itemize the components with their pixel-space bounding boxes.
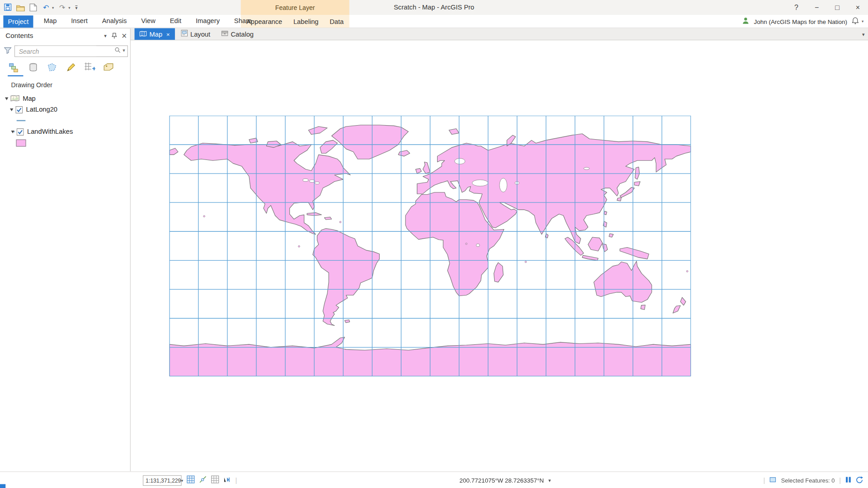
- tab-project[interactable]: Project: [3, 15, 33, 28]
- pane-menu-icon[interactable]: ▾: [104, 33, 107, 38]
- ribbon-tabs: Map Insert Analysis View Edit Imagery Sh…: [37, 15, 259, 28]
- island-svalbard: [449, 129, 459, 135]
- black-sea: [472, 180, 488, 186]
- island-falklands: [344, 320, 349, 323]
- contents-pane: Contents ▾ × ▾: [0, 28, 131, 471]
- layer-visibility-checkbox[interactable]: [17, 128, 24, 135]
- redo-icon[interactable]: ↷: [58, 3, 67, 12]
- polygon-symbol-swatch[interactable]: [16, 139, 26, 146]
- layer-visibility-checkbox[interactable]: [15, 106, 23, 113]
- island-iceland: [398, 150, 410, 156]
- minimize-button[interactable]: −: [807, 0, 827, 15]
- tab-view[interactable]: View: [134, 15, 162, 28]
- expander-icon[interactable]: [9, 108, 14, 112]
- view-tab-strip: Map × Layout Catalog ▾: [131, 28, 868, 40]
- tab-edit[interactable]: Edit: [163, 15, 189, 28]
- island-new-guinea: [620, 247, 649, 259]
- help-button[interactable]: ?: [786, 0, 807, 15]
- tab-insert[interactable]: Insert: [64, 15, 95, 28]
- tree-item-landwithlakes[interactable]: LandWithLakes: [0, 126, 130, 137]
- map-node-label[interactable]: Map: [23, 94, 36, 102]
- layers-tree: Map LatLong20 LandWithLakes: [0, 93, 130, 148]
- pause-drawing-icon[interactable]: [845, 476, 851, 484]
- view-tab-map[interactable]: Map ×: [135, 28, 175, 40]
- island-speck: [298, 245, 300, 247]
- open-project-icon[interactable]: [16, 3, 25, 12]
- island-sulawesi: [603, 244, 608, 252]
- view-tab-catalog[interactable]: Catalog: [217, 28, 259, 40]
- expander-icon[interactable]: [5, 96, 9, 101]
- list-by-snapping-icon[interactable]: [83, 61, 96, 74]
- tree-item-latlong20[interactable]: LatLong20: [0, 104, 130, 115]
- flicker-icon[interactable]: [223, 475, 231, 484]
- scale-dropdown-icon[interactable]: ▾: [181, 478, 185, 483]
- list-by-drawing-order-icon[interactable]: [8, 61, 21, 74]
- island-speck: [340, 221, 341, 223]
- coordinates-dropdown-icon[interactable]: ▾: [548, 478, 551, 483]
- grid-toggle-icon[interactable]: [211, 475, 219, 485]
- world-map-frame[interactable]: [170, 116, 691, 376]
- tab-labeling[interactable]: Labeling: [291, 18, 321, 25]
- island-sakhalin: [635, 167, 640, 179]
- great-lake: [315, 182, 319, 184]
- tab-data[interactable]: Data: [327, 18, 346, 25]
- search-input[interactable]: [18, 46, 96, 56]
- map-view-icon: [140, 30, 147, 38]
- island-nz-south: [673, 305, 680, 313]
- account-dropdown-icon[interactable]: ▾: [862, 19, 863, 23]
- maximize-button[interactable]: □: [827, 0, 847, 15]
- island-great-britain: [423, 162, 430, 174]
- account-area: John (ArcGIS Maps for the Nation) ▾: [742, 15, 863, 28]
- status-bar: 1:131,371,229 ▾ | 200.7721075°W 28.72633…: [0, 471, 868, 488]
- list-by-labeling-icon[interactable]: [102, 61, 115, 74]
- selected-features-count[interactable]: Selected Features: 0: [781, 477, 835, 484]
- view-tab-catalog-label: Catalog: [231, 30, 254, 38]
- view-tab-layout[interactable]: Layout: [176, 28, 215, 40]
- list-by-editing-icon[interactable]: [64, 61, 77, 74]
- tree-item-map[interactable]: Map: [0, 93, 130, 104]
- layer-latlong20-label[interactable]: LatLong20: [26, 106, 57, 113]
- notifications-bell-icon[interactable]: [852, 16, 859, 26]
- save-icon[interactable]: [3, 3, 12, 12]
- list-by-selection-icon[interactable]: [45, 61, 58, 74]
- tab-share[interactable]: Share: [227, 15, 259, 28]
- coordinates-value: 200.7721075°W 28.7263357°N: [459, 477, 544, 484]
- island-hispaniola: [325, 217, 332, 220]
- caspian-sea: [500, 178, 507, 192]
- tab-imagery[interactable]: Imagery: [189, 15, 227, 28]
- new-project-icon[interactable]: [29, 3, 38, 12]
- close-button[interactable]: ×: [848, 0, 868, 15]
- undo-dropdown-icon[interactable]: ▾: [52, 5, 54, 10]
- redo-dropdown-icon[interactable]: ▾: [68, 5, 70, 10]
- island-speck: [466, 243, 467, 245]
- layer-landwithlakes-label[interactable]: LandWithLakes: [27, 128, 73, 136]
- coordinates-readout[interactable]: 200.7721075°W 28.7263357°N ▾: [459, 472, 551, 488]
- undo-icon[interactable]: ↶: [42, 3, 51, 12]
- island-speck: [203, 216, 205, 217]
- map-view[interactable]: [131, 40, 868, 471]
- close-pane-icon[interactable]: ×: [122, 31, 127, 41]
- drawing-order-label: Drawing Order: [11, 82, 52, 89]
- customize-quick-access-icon[interactable]: ▾: [75, 5, 78, 10]
- filter-icon[interactable]: [4, 47, 12, 56]
- island-baffin: [320, 140, 337, 153]
- island-ellesmere: [308, 127, 327, 135]
- snapping-toggle-icon[interactable]: [199, 475, 207, 485]
- tab-analysis[interactable]: Analysis: [95, 15, 134, 28]
- island-madagascar: [494, 263, 503, 282]
- expander-icon[interactable]: [10, 130, 15, 134]
- line-symbol-swatch[interactable]: [17, 120, 26, 121]
- map-scale-combobox[interactable]: 1:131,371,229 ▾: [143, 475, 182, 486]
- refresh-icon[interactable]: [856, 476, 863, 484]
- island-speck: [525, 261, 527, 263]
- signed-in-user[interactable]: John (ArcGIS Maps for the Nation): [754, 18, 847, 25]
- search-dropdown-icon[interactable]: ▾: [123, 47, 125, 53]
- spatial-reference-icon[interactable]: [187, 475, 195, 485]
- map-node-icon: [10, 95, 19, 102]
- search-icon: [115, 47, 121, 53]
- tab-strip-overflow-icon[interactable]: ▾: [862, 28, 865, 40]
- tab-map[interactable]: Map: [37, 15, 64, 28]
- pin-icon[interactable]: [112, 31, 117, 41]
- list-by-data-source-icon[interactable]: [27, 61, 40, 74]
- close-view-icon[interactable]: ×: [166, 31, 170, 38]
